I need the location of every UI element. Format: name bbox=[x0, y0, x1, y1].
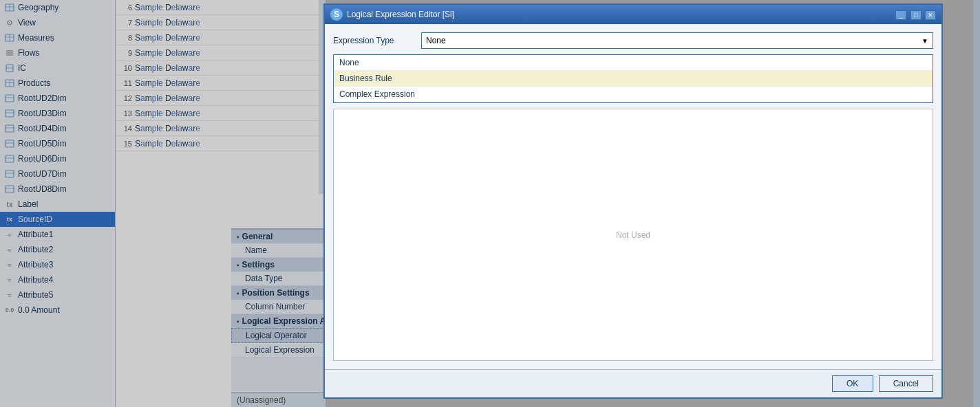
close-button[interactable]: ✕ bbox=[925, 10, 936, 20]
dropdown-arrow-icon: ▼ bbox=[922, 37, 928, 45]
dialog-body: Expression Type None ▼ None Business Rul… bbox=[325, 24, 941, 369]
dialog-titlebar: S Logical Expression Editor [Si] _ □ ✕ bbox=[325, 5, 941, 24]
expression-type-label: Expression Type bbox=[333, 36, 416, 45]
dropdown-option-label: Business Rule bbox=[339, 74, 392, 83]
dropdown-option-label: Complex Expression bbox=[339, 89, 415, 99]
dropdown-panel: None Business Rule Complex Expression bbox=[333, 54, 933, 103]
dropdown-option-label: None bbox=[339, 58, 359, 67]
titlebar-controls: _ □ ✕ bbox=[894, 10, 936, 20]
dropdown-option-none[interactable]: None bbox=[334, 55, 933, 71]
minimize-button[interactable]: _ bbox=[895, 10, 906, 20]
ok-button[interactable]: OK bbox=[832, 375, 873, 392]
dialog-title: Logical Expression Editor [Si] bbox=[347, 10, 454, 19]
dialog-logo-icon: S bbox=[330, 8, 343, 21]
logical-expression-editor-dialog: S Logical Expression Editor [Si] _ □ ✕ E… bbox=[323, 3, 943, 399]
expression-type-select[interactable]: None ▼ bbox=[421, 32, 933, 49]
maximize-button[interactable]: □ bbox=[910, 10, 922, 20]
selected-value: None bbox=[426, 36, 446, 45]
dialog-content-area: Not Used bbox=[333, 109, 933, 361]
cancel-button[interactable]: Cancel bbox=[879, 375, 933, 392]
content-placeholder: Not Used bbox=[616, 230, 650, 240]
expression-type-row: Expression Type None ▼ bbox=[333, 32, 933, 49]
dropdown-option-businessrule[interactable]: Business Rule bbox=[334, 71, 933, 87]
dropdown-option-complexexpression[interactable]: Complex Expression bbox=[334, 87, 933, 102]
dialog-footer: OK Cancel bbox=[325, 369, 941, 397]
expression-type-select-container: None ▼ bbox=[421, 32, 933, 49]
dialog-title-left: S Logical Expression Editor [Si] bbox=[330, 8, 454, 21]
